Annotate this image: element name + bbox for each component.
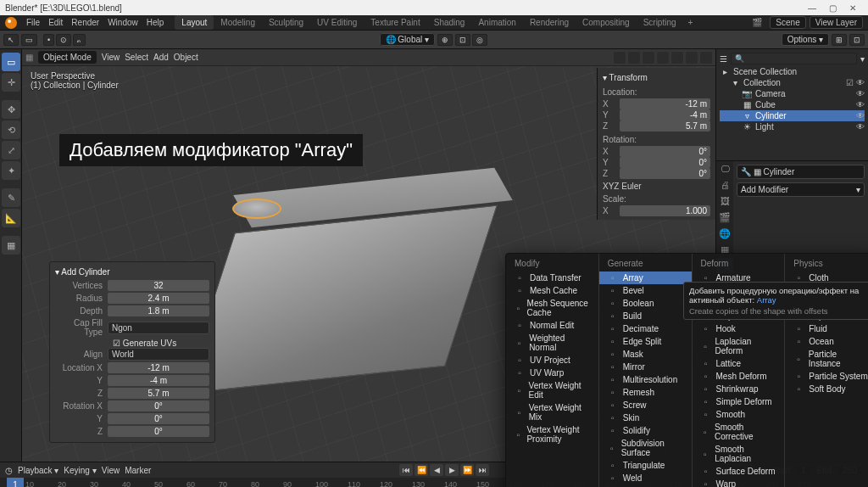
op-vertices[interactable]: 32 <box>108 280 209 291</box>
loc-z[interactable]: 5.7 m <box>620 120 710 132</box>
outliner-collection[interactable]: ▾Collection☑ 👁 <box>720 77 865 88</box>
workspace-tab-sculpting[interactable]: Sculpting <box>262 15 310 30</box>
scene-selector[interactable]: Scene <box>770 16 805 29</box>
mod-item-data-transfer[interactable]: ▫Data Transfer <box>506 271 598 284</box>
mod-item-array[interactable]: ▫Array <box>599 271 692 284</box>
xray-icon[interactable]: ⊡ <box>849 34 865 46</box>
outliner-search[interactable]: 🔍 <box>731 53 857 64</box>
capfill-select[interactable]: Ngon <box>108 322 209 334</box>
align-select[interactable]: World <box>108 348 209 361</box>
mod-item-bevel[interactable]: ▫Bevel <box>599 284 692 297</box>
mod-item-hook[interactable]: ▫Hook <box>693 322 785 335</box>
tl-menu-playback[interactable]: Playback ▾ <box>18 466 58 475</box>
jump-start-icon[interactable]: ⏮ <box>399 464 413 476</box>
select-box-icon[interactable]: ▭ <box>21 34 37 46</box>
vp-menu-view[interactable]: View <box>102 53 120 62</box>
menu-window[interactable]: Window <box>103 18 142 27</box>
outliner-filter-icon[interactable]: ▾ <box>860 54 865 64</box>
op-radius[interactable]: 2.4 m <box>108 293 209 304</box>
op-rot-z[interactable]: 0° <box>108 426 209 437</box>
op-loc-location-x[interactable]: -12 m <box>108 362 209 373</box>
play-icon[interactable]: ▶ <box>445 464 459 476</box>
mod-item-vertex-weight-mix[interactable]: ▫Vertex Weight Mix <box>506 401 598 423</box>
mod-item-solidify[interactable]: ▫Solidify <box>599 424 692 437</box>
outliner-item-cube[interactable]: ▦Cube👁 <box>720 99 865 110</box>
mod-item-boolean[interactable]: ▫Boolean <box>599 297 692 310</box>
tool-move[interactable]: ✥ <box>2 100 20 119</box>
tl-menu-marker[interactable]: Marker <box>125 466 151 475</box>
tool-cursor[interactable]: ✛ <box>2 73 20 92</box>
overlay-icon[interactable]: ⊞ <box>832 34 847 46</box>
mode-select[interactable]: Object Mode <box>38 51 97 64</box>
mod-item-ocean[interactable]: ▫Ocean <box>785 335 868 348</box>
workspace-tab-layout[interactable]: Layout <box>175 15 214 30</box>
vp-menu-object[interactable]: Object <box>174 53 198 62</box>
tool-measure[interactable]: 📐 <box>2 209 20 227</box>
workspace-add[interactable]: + <box>683 18 698 27</box>
mod-item-weighted-normal[interactable]: ▫Weighted Normal <box>506 332 598 354</box>
menu-help[interactable]: Help <box>142 18 169 27</box>
outliner-mode-icon[interactable]: ☰ <box>720 54 727 64</box>
mod-item-normal-edit[interactable]: ▫Normal Edit <box>506 319 598 332</box>
tl-menu-view[interactable]: View <box>102 466 120 475</box>
workspace-tab-modeling[interactable]: Modeling <box>214 15 262 30</box>
op-loc-z[interactable]: 5.7 m <box>108 388 209 399</box>
menu-edit[interactable]: Edit <box>44 18 67 27</box>
menu-render[interactable]: Render <box>67 18 103 27</box>
minimize-button[interactable]: — <box>802 3 822 13</box>
cursor-tool-icon[interactable]: ↖ <box>3 34 19 46</box>
mod-item-mesh-cache[interactable]: ▫Mesh Cache <box>506 284 598 297</box>
tool-annotate[interactable]: ✎ <box>2 188 20 207</box>
rot-x[interactable]: 0° <box>620 146 710 157</box>
workspace-tab-shading[interactable]: Shading <box>427 15 472 30</box>
mod-item-uv-project[interactable]: ▫UV Project <box>506 354 598 367</box>
generate-uvs-checkbox[interactable]: ☑ Generate UVs <box>55 339 209 348</box>
op-rot-y[interactable]: 0° <box>108 413 209 424</box>
workspace-tab-uv-editing[interactable]: UV Editing <box>310 15 364 30</box>
timeline-editor-icon[interactable]: ◷ <box>5 466 13 475</box>
mod-item-vertex-weight-edit[interactable]: ▫Vertex Weight Edit <box>506 379 598 401</box>
mod-item-laplacian-deform[interactable]: ▫Laplacian Deform <box>693 335 785 357</box>
shading-wire-icon[interactable] <box>657 52 669 64</box>
workspace-tab-animation[interactable]: Animation <box>471 15 522 30</box>
snap-icon[interactable]: ⊙ <box>56 34 71 46</box>
tool-transform[interactable]: ✦ <box>2 161 20 180</box>
mod-item-vertex-weight-proximity[interactable]: ▫Vertex Weight Proximity <box>506 423 598 445</box>
operator-title[interactable]: ▾ Add Cylinder <box>55 266 209 280</box>
vp-menu-select[interactable]: Select <box>125 53 148 62</box>
object-cylinder[interactable] <box>232 199 281 219</box>
workspace-tab-rendering[interactable]: Rendering <box>523 15 576 30</box>
mod-item-mesh-sequence-cache[interactable]: ▫Mesh Sequence Cache <box>506 297 598 319</box>
mod-item-decimate[interactable]: ▫Decimate <box>599 322 692 335</box>
rot-z[interactable]: 0° <box>620 168 710 179</box>
mod-item-smooth[interactable]: ▫Smooth <box>693 408 785 421</box>
mod-item-lattice[interactable]: ▫Lattice <box>693 357 785 370</box>
mod-item-skin[interactable]: ▫Skin <box>599 411 692 424</box>
playhead[interactable]: 1 <box>7 478 24 487</box>
prop-tab-scene[interactable]: 🎬 <box>716 210 733 225</box>
shading-matprev-icon[interactable] <box>686 52 698 64</box>
maximize-button[interactable]: ▢ <box>822 3 843 13</box>
outliner-item-camera[interactable]: 📷Camera👁 <box>720 88 865 99</box>
mod-item-simple-deform[interactable]: ▫Simple Deform <box>693 395 785 408</box>
mod-item-particle-system[interactable]: ▫Particle System <box>785 370 868 383</box>
mod-item-fluid[interactable]: ▫Fluid <box>785 322 868 335</box>
mod-item-triangulate[interactable]: ▫Triangulate <box>599 459 692 472</box>
mod-item-mesh-deform[interactable]: ▫Mesh Deform <box>693 370 785 383</box>
shading-render-icon[interactable] <box>700 52 712 64</box>
loc-y[interactable]: -4 m <box>620 109 710 120</box>
mod-item-smooth-corrective[interactable]: ▫Smooth Corrective <box>693 421 785 443</box>
mod-item-weld[interactable]: ▫Weld <box>599 472 692 484</box>
mod-item-screw[interactable]: ▫Screw <box>599 399 692 411</box>
show-gizmo-icon[interactable] <box>614 52 626 64</box>
prop-tab-render[interactable]: 🖵 <box>716 161 733 176</box>
mod-item-surface-deform[interactable]: ▫Surface Deform <box>693 465 785 478</box>
op-rot-rotation-x[interactable]: 0° <box>108 400 209 411</box>
tool-select-box[interactable]: ▭ <box>2 53 20 71</box>
mod-item-warp[interactable]: ▫Warp <box>693 478 785 487</box>
orientation-select[interactable]: 🌐 Global ▾ <box>380 33 435 46</box>
magnet-icon[interactable]: ⩋ <box>73 34 86 46</box>
workspace-tab-compositing[interactable]: Compositing <box>576 15 637 30</box>
mod-item-remesh[interactable]: ▫Remesh <box>599 386 692 399</box>
mod-item-particle-instance[interactable]: ▫Particle Instance <box>785 348 868 370</box>
